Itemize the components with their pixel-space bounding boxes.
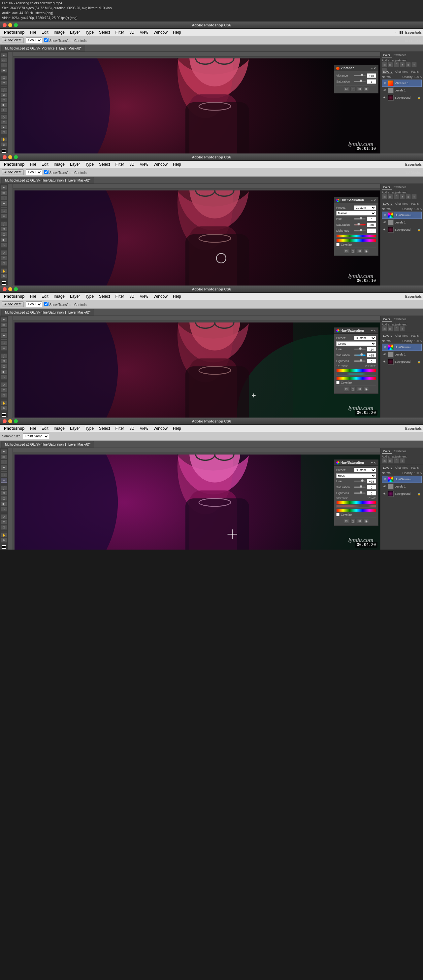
prop-collapse-2[interactable]: ▾ bbox=[371, 199, 373, 202]
channels-tab-3[interactable]: Channels bbox=[394, 334, 409, 338]
magic-wand-tool-3[interactable]: ✲ bbox=[1, 333, 7, 338]
clone-tool-4[interactable]: ⊕ bbox=[1, 491, 7, 495]
auto-select-dropdown-3[interactable]: Group bbox=[26, 301, 42, 307]
select-tool-1[interactable]: ▭ bbox=[1, 58, 7, 62]
select-tool-2[interactable]: ▭ bbox=[1, 191, 7, 195]
prop-vibrance-value-1[interactable]: +18 bbox=[367, 73, 376, 78]
menu-filter-3[interactable]: Filter bbox=[113, 293, 127, 299]
prop-close-4[interactable]: ✕ bbox=[374, 461, 376, 465]
layer-item-levels-4[interactable]: 👁 Levels 1 bbox=[382, 483, 422, 490]
prop-hue-value-3[interactable]: -14 bbox=[367, 347, 376, 352]
layers-tab-4[interactable]: Layers bbox=[382, 466, 393, 470]
prop-hue-slider-2[interactable] bbox=[354, 218, 366, 220]
menu-layer-2[interactable]: Layer bbox=[67, 161, 83, 167]
menu-filter-4[interactable]: Filter bbox=[113, 425, 127, 431]
channels-tab-4[interactable]: Channels bbox=[394, 466, 409, 470]
menu-type-3[interactable]: Type bbox=[83, 293, 96, 299]
layer-item-levels-2[interactable]: 👁 Levels 1 bbox=[382, 219, 422, 226]
levels-adj-4[interactable]: ▤ bbox=[388, 458, 393, 463]
brush-tool-4[interactable]: ∫ bbox=[1, 485, 7, 490]
colorize-checkbox-3[interactable] bbox=[336, 381, 340, 384]
curves-adj-2[interactable]: ⌒ bbox=[394, 194, 399, 199]
menu-view-2[interactable]: View bbox=[137, 161, 151, 167]
prop-light-slider-3[interactable] bbox=[354, 360, 366, 362]
menu-file-4[interactable]: File bbox=[27, 425, 39, 431]
menu-type-2[interactable]: Type bbox=[83, 161, 96, 167]
doc-tab-1[interactable]: Multicolor.psd @ 66.7% (Vibrance 1, Laye… bbox=[1, 45, 85, 51]
prop-btn-2b[interactable]: ◷ bbox=[350, 249, 356, 253]
gradient-tool-4[interactable]: ◧ bbox=[1, 501, 7, 506]
menu-window-2[interactable]: Window bbox=[151, 161, 170, 167]
shape-tool-2[interactable]: □ bbox=[1, 261, 7, 266]
prop-light-slider-4[interactable] bbox=[354, 493, 366, 494]
eraser-tool-1[interactable]: ◻ bbox=[1, 98, 7, 102]
menu-photoshop-4[interactable]: Photoshop bbox=[1, 425, 27, 431]
layer-item-bg-1[interactable]: 👁 Background 🔒 bbox=[382, 94, 422, 101]
clone-tool-3[interactable]: ⊕ bbox=[1, 359, 7, 363]
doc-tab-2[interactable]: Multicolor.psd @ 66.7% (Hue/Saturation 1… bbox=[1, 177, 94, 183]
select-tool-3[interactable]: ▭ bbox=[1, 323, 7, 327]
gradient-tool-2[interactable]: ◧ bbox=[1, 237, 7, 242]
menu-help-1[interactable]: Help bbox=[170, 29, 184, 35]
color-tab-2[interactable]: Color bbox=[382, 185, 392, 189]
crop-tool-4[interactable]: ⊡ bbox=[1, 473, 7, 477]
prop-btn-2a[interactable]: ⊡ bbox=[344, 249, 349, 253]
swatches-tab-2[interactable]: Swatches bbox=[392, 185, 408, 189]
pen-tool-4[interactable]: ◇ bbox=[1, 514, 7, 519]
crop-tool-3[interactable]: ⊡ bbox=[1, 340, 7, 345]
sample-size-select-4[interactable]: Point Sample bbox=[23, 433, 49, 439]
prop-hue-value-2[interactable]: 0 bbox=[367, 216, 376, 221]
eraser-tool-3[interactable]: ◻ bbox=[1, 364, 7, 369]
fg-color-1[interactable] bbox=[2, 150, 6, 153]
menu-3d-4[interactable]: 3D bbox=[127, 425, 137, 431]
color-tab-1[interactable]: Color bbox=[382, 53, 392, 57]
brightness-adj-3[interactable]: ◑ bbox=[382, 326, 387, 331]
layer-eye-bg-4[interactable]: 👁 bbox=[383, 492, 387, 496]
menu-edit-3[interactable]: Edit bbox=[39, 293, 51, 299]
close-button-4[interactable] bbox=[3, 419, 6, 423]
layer-item-bg-4[interactable]: 👁 Background 🔒 bbox=[382, 490, 422, 498]
lasso-tool-4[interactable]: ⌇ bbox=[1, 460, 7, 465]
prop-close-1[interactable]: ✕ bbox=[374, 67, 376, 70]
colorize-checkbox-2[interactable] bbox=[336, 243, 340, 246]
maximize-button-3[interactable] bbox=[14, 287, 18, 291]
paths-tab-3[interactable]: Paths bbox=[410, 334, 420, 338]
gradient-tool-3[interactable]: ◧ bbox=[1, 369, 7, 374]
channels-tab-1[interactable]: Channels bbox=[394, 70, 409, 74]
curves-adj-3[interactable]: ⌒ bbox=[394, 326, 399, 331]
fg-color-2[interactable] bbox=[2, 281, 6, 285]
crop-tool-1[interactable]: ⊡ bbox=[1, 76, 7, 80]
huesat-adj-4[interactable]: ● bbox=[399, 458, 405, 463]
minimize-button-2[interactable] bbox=[8, 155, 12, 159]
menu-photoshop-1[interactable]: Photoshop bbox=[1, 29, 27, 35]
prop-btn-1d[interactable]: ◉ bbox=[364, 86, 369, 91]
channel-select-3[interactable]: Cyans bbox=[336, 341, 376, 346]
hand-tool-4[interactable]: ✋ bbox=[1, 532, 7, 537]
prop-light-value-4[interactable]: 0 bbox=[367, 491, 376, 495]
paths-tab-1[interactable]: Paths bbox=[410, 70, 420, 74]
prop-sat-slider-3[interactable] bbox=[354, 355, 366, 356]
eyedropper-tool-2[interactable]: ✏ bbox=[1, 214, 7, 218]
layer-eye-huesat-2[interactable]: 👁 bbox=[383, 213, 387, 217]
zoom-tool-2[interactable]: ⊕ bbox=[1, 274, 7, 278]
menu-photoshop-3[interactable]: Photoshop bbox=[1, 293, 27, 299]
vibrance-adj-2[interactable]: ◈ bbox=[406, 194, 411, 199]
clone-tool-2[interactable]: ⊕ bbox=[1, 227, 7, 231]
menu-file-3[interactable]: File bbox=[27, 293, 39, 299]
hand-tool-2[interactable]: ✋ bbox=[1, 268, 7, 273]
shape-tool-3[interactable]: □ bbox=[1, 393, 7, 398]
close-button-1[interactable] bbox=[3, 23, 6, 27]
zoom-tool-4[interactable]: ⊕ bbox=[1, 538, 7, 542]
swatches-tab-1[interactable]: Swatches bbox=[392, 53, 408, 57]
prop-btn-1c[interactable]: ⊠ bbox=[357, 86, 362, 91]
layer-eye-bg-2[interactable]: 👁 bbox=[383, 228, 387, 232]
prop-btn-3a[interactable]: ⊡ bbox=[344, 387, 349, 391]
menu-select-1[interactable]: Select bbox=[96, 29, 113, 35]
prop-collapse-4[interactable]: ▾ bbox=[371, 461, 373, 465]
exposure-adj-2[interactable]: ☀ bbox=[399, 194, 405, 199]
menu-view-1[interactable]: View bbox=[137, 29, 151, 35]
text-tool-4[interactable]: T bbox=[1, 520, 7, 525]
menu-file-2[interactable]: File bbox=[27, 161, 39, 167]
close-button-3[interactable] bbox=[3, 287, 6, 291]
menu-select-4[interactable]: Select bbox=[96, 425, 113, 431]
